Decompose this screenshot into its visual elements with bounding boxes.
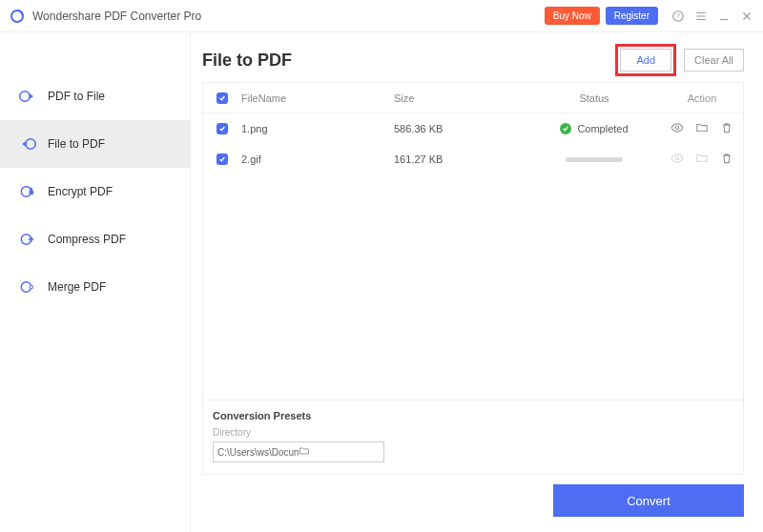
app-logo-icon [10,9,25,24]
directory-label: Directory [213,427,733,438]
sidebar-item-pdf-to-file[interactable]: PDF to File [0,72,190,120]
register-button[interactable]: Register [606,7,658,25]
menu-icon[interactable] [694,10,708,23]
col-size: Size [394,92,527,104]
cell-size: 161.27 KB [394,153,527,165]
svg-point-10 [675,126,679,130]
directory-value: C:\Users\ws\Documents\PDFConvert [217,447,299,458]
sidebar: PDF to File File to PDF Encrypt PDF Comp… [0,32,191,532]
col-filename: FileName [241,92,394,104]
preview-icon[interactable] [670,152,684,167]
add-button-highlight: Add [615,44,676,76]
app-title: Wondershare PDF Converter Pro [32,10,539,23]
open-folder-icon[interactable] [695,121,709,136]
sidebar-item-label: File to PDF [48,137,105,151]
table-row: 2.gif 161.27 KB [203,144,743,174]
titlebar: Wondershare PDF Converter Pro Buy Now Re… [0,0,763,32]
status-complete-icon [560,123,571,134]
presets-title: Conversion Presets [213,410,733,421]
svg-point-4 [26,139,36,150]
encrypt-pdf-icon [19,183,36,200]
buy-now-button[interactable]: Buy Now [545,7,600,25]
sidebar-item-merge-pdf[interactable]: Merge PDF [0,263,190,311]
row-checkbox[interactable] [217,153,228,165]
sidebar-item-file-to-pdf[interactable]: File to PDF [0,120,190,168]
cell-status: Completed [577,123,628,134]
directory-input[interactable]: C:\Users\ws\Documents\PDFConvert [213,441,384,462]
sidebar-item-compress-pdf[interactable]: Compress PDF [0,215,190,263]
close-icon[interactable] [740,10,753,23]
file-to-pdf-icon [19,135,36,153]
cell-filename: 1.png [241,123,394,134]
delete-icon[interactable] [720,121,733,136]
svg-point-11 [675,156,679,160]
sidebar-item-label: PDF to File [48,90,105,103]
browse-folder-icon[interactable] [299,445,380,459]
svg-text:?: ? [676,12,680,19]
clear-all-button[interactable]: Clear All [684,49,744,72]
preview-icon[interactable] [670,121,684,136]
status-progress-bar [566,157,623,162]
delete-icon[interactable] [720,152,733,167]
page-title: File to PDF [202,51,615,71]
sidebar-item-label: Merge PDF [48,280,106,294]
sidebar-item-encrypt-pdf[interactable]: Encrypt PDF [0,168,190,215]
main-panel: File to PDF Add Clear All FileName Size … [191,32,763,532]
help-icon[interactable]: ? [671,10,685,23]
row-checkbox[interactable] [217,123,228,134]
svg-point-3 [20,92,31,102]
sidebar-item-label: Compress PDF [48,233,126,246]
cell-filename: 2.gif [241,153,394,165]
open-folder-icon[interactable] [695,152,709,167]
compress-pdf-icon [19,231,36,248]
add-button[interactable]: Add [620,49,671,72]
merge-pdf-icon [19,278,36,296]
cell-size: 586.36 KB [394,123,527,134]
minimize-icon[interactable] [717,10,731,23]
table-header: FileName Size Status Action [203,83,743,113]
pdf-to-file-icon [19,88,36,105]
conversion-presets: Conversion Presets Directory C:\Users\ws… [202,400,744,475]
file-table: FileName Size Status Action 1.png 586.36… [202,82,744,400]
convert-button[interactable]: Convert [553,484,744,517]
svg-rect-6 [30,191,34,195]
table-row: 1.png 586.36 KB Completed [203,113,743,144]
sidebar-item-label: Encrypt PDF [48,185,113,198]
col-status: Status [527,92,661,104]
select-all-checkbox[interactable] [217,92,228,104]
col-action: Action [661,92,743,104]
